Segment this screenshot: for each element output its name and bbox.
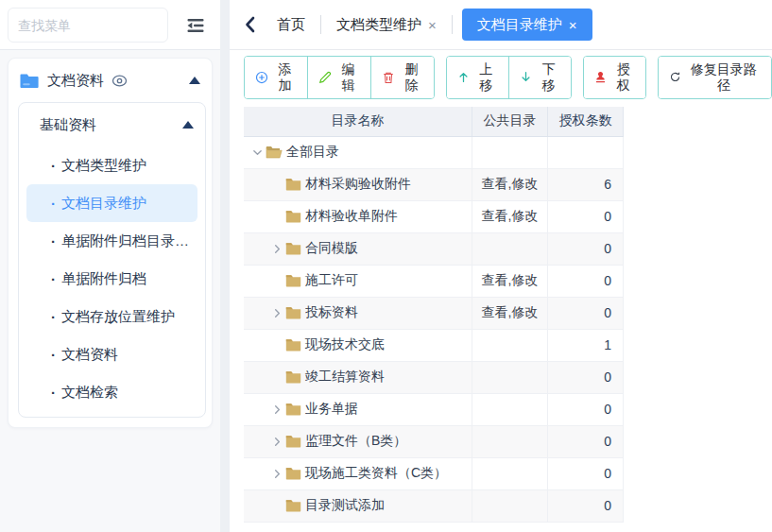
sidebar-item-3[interactable]: 单据附件归档 <box>19 260 205 298</box>
directory-name: 全部目录 <box>286 144 339 161</box>
table-row[interactable]: 目录测试添加0 <box>244 490 624 523</box>
tab-1[interactable]: 文档类型维护 <box>321 9 452 41</box>
plus-circle-button[interactable]: 添加 <box>245 57 307 98</box>
table-header: 目录名称 公共目录 授权条数 <box>244 107 624 137</box>
sidebar-root-node[interactable]: 文档资料 <box>9 59 212 102</box>
sidebar-item-label: 单据附件归档目录… <box>61 232 189 250</box>
search-input[interactable] <box>8 8 168 43</box>
chevron-down-icon[interactable] <box>249 147 266 158</box>
collapse-triangle-icon[interactable] <box>189 77 200 84</box>
cell-count: 0 <box>548 426 624 457</box>
folder-closed-icon <box>285 499 301 512</box>
table-row[interactable]: 投标资料查看,修改0 <box>244 298 624 330</box>
cell-public <box>472 394 548 425</box>
sidebar-item-5[interactable]: 文档资料 <box>19 335 205 373</box>
column-header-public[interactable]: 公共目录 <box>472 107 548 136</box>
close-icon[interactable] <box>569 18 577 32</box>
directory-name: 现场施工类资料（C类） <box>305 465 447 482</box>
sidebar-item-0[interactable]: 文档类型维护 <box>19 146 205 184</box>
table-row[interactable]: 业务单据0 <box>244 394 624 426</box>
plus-circle-icon <box>255 71 268 84</box>
sidebar-item-label: 文档类型维护 <box>61 157 146 175</box>
collapse-triangle-icon[interactable] <box>182 121 194 129</box>
table-row[interactable]: 现场施工类资料（C类）0 <box>244 458 624 490</box>
app-window: 文档资料 基础资料 文档类型维护文档目录维护单据附件归档目录…单据附件归档文档存… <box>0 0 772 532</box>
cell-public: 查看,修改 <box>472 201 548 232</box>
cell-public <box>472 330 548 361</box>
table-row[interactable]: 竣工结算资料0 <box>244 362 624 394</box>
cell-public <box>472 426 548 457</box>
toolbar: 添加编辑删除上移下移授权修复目录路径 <box>230 50 772 107</box>
tab-2[interactable]: 文档目录维护 <box>462 9 592 41</box>
tab-bar: 首页文档类型维护文档目录维护 <box>230 0 772 50</box>
chevron-left-icon[interactable] <box>237 12 262 37</box>
chevron-right-icon[interactable] <box>269 244 285 254</box>
directory-name: 材料采购验收附件 <box>305 176 411 193</box>
cell-public <box>472 490 548 522</box>
sidebar-group-label: 基础资料 <box>40 116 96 134</box>
table-body: 全部目录材料采购验收附件查看,修改6材料验收单附件查看,修改0合同模版0施工许可… <box>244 137 624 523</box>
cell-public <box>472 458 548 489</box>
directory-table: 目录名称 公共目录 授权条数 全部目录材料采购验收附件查看,修改6材料验收单附件… <box>244 107 624 523</box>
cell-name: 现场施工类资料（C类） <box>244 458 472 489</box>
table-row[interactable]: 全部目录 <box>244 137 624 169</box>
cell-count: 0 <box>548 362 624 393</box>
cell-name: 合同模版 <box>244 233 472 265</box>
cell-count: 0 <box>548 458 624 489</box>
cell-public: 查看,修改 <box>472 266 548 297</box>
chevron-right-icon[interactable] <box>269 404 285 415</box>
sidebar-root-label: 文档资料 <box>47 72 104 90</box>
table-row[interactable]: 现场技术交底1 <box>244 330 624 362</box>
cell-name: 竣工结算资料 <box>244 362 472 393</box>
pencil-button[interactable]: 编辑 <box>307 57 370 98</box>
button-label: 下移 <box>537 61 560 94</box>
eye-icon[interactable] <box>112 75 128 87</box>
sidebar-item-label: 文档存放位置维护 <box>61 308 175 326</box>
table-row[interactable]: 材料采购验收附件查看,修改6 <box>244 169 624 201</box>
sidebar-item-label: 文档资料 <box>61 346 118 364</box>
sidebar-group-header[interactable]: 基础资料 <box>19 103 205 146</box>
cell-public: 查看,修改 <box>472 169 548 200</box>
directory-name: 监理文件（B类） <box>305 433 406 450</box>
arrow-up-button[interactable]: 上移 <box>447 57 508 98</box>
sidebar-item-label: 单据附件归档 <box>61 270 146 288</box>
table-row[interactable]: 材料验收单附件查看,修改0 <box>244 201 624 233</box>
cell-count: 0 <box>548 490 624 522</box>
sidebar-item-1[interactable]: 文档目录维护 <box>26 184 197 222</box>
trash-button[interactable]: 删除 <box>370 57 434 98</box>
folder-icon <box>20 73 39 89</box>
panel-divider[interactable] <box>220 0 230 532</box>
refresh-icon <box>669 71 681 83</box>
chevron-right-icon[interactable] <box>269 308 285 318</box>
sidebar-menu: 文档类型维护文档目录维护单据附件归档目录…单据附件归档文档存放位置维护文档资料文… <box>19 146 205 411</box>
pencil-icon <box>318 71 332 84</box>
chevron-right-icon[interactable] <box>269 469 285 479</box>
toolbar-group-1: 上移下移 <box>446 56 572 99</box>
cell-count: 0 <box>548 201 624 232</box>
cell-public <box>472 137 548 168</box>
sidebar-item-4[interactable]: 文档存放位置维护 <box>19 298 205 335</box>
sidebar-item-2[interactable]: 单据附件归档目录… <box>19 222 205 260</box>
main-panel: 首页文档类型维护文档目录维护 添加编辑删除上移下移授权修复目录路径 目录名称 公… <box>230 0 772 532</box>
directory-name: 合同模版 <box>305 240 358 257</box>
close-icon[interactable] <box>428 18 437 32</box>
sidebar-search-bar <box>0 0 220 50</box>
tab-0[interactable]: 首页 <box>262 9 320 41</box>
folder-closed-icon <box>285 274 301 287</box>
refresh-button[interactable]: 修复目录路径 <box>659 57 771 98</box>
cell-count: 6 <box>548 169 624 200</box>
arrow-down-icon <box>520 71 532 83</box>
directory-name: 竣工结算资料 <box>305 369 385 386</box>
arrow-down-button[interactable]: 下移 <box>508 57 571 98</box>
sidebar-item-6[interactable]: 文档检索 <box>19 373 205 411</box>
chevron-right-icon[interactable] <box>269 437 285 447</box>
stamp-button[interactable]: 授权 <box>584 57 645 98</box>
column-header-count[interactable]: 授权条数 <box>548 107 624 136</box>
cell-name: 现场技术交底 <box>244 330 472 361</box>
table-row[interactable]: 施工许可查看,修改0 <box>244 266 624 298</box>
menu-fold-icon[interactable] <box>182 12 209 39</box>
table-row[interactable]: 监理文件（B类）0 <box>244 426 624 458</box>
column-header-name[interactable]: 目录名称 <box>244 107 472 136</box>
table-row[interactable]: 合同模版0 <box>244 233 624 266</box>
folder-closed-icon <box>285 435 301 448</box>
